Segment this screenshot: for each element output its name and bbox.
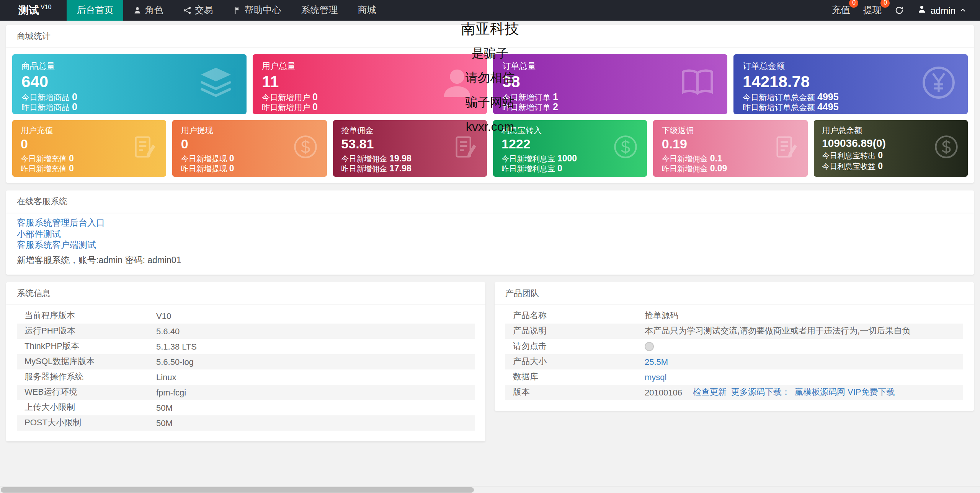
- stat-card-user-recharge: 用户充值 0 今日新增充值0 昨日新增充值0: [12, 120, 167, 177]
- dollar-circle-icon: [292, 134, 318, 163]
- stat-card-products: 商品总量 640 今日新增商品0 昨日新增商品0: [12, 54, 247, 114]
- small-stat-row: 用户充值 0 今日新增充值0 昨日新增充值0 用户提现 0 今日新增提现0 昨日…: [12, 120, 968, 177]
- row-value: 25.5M: [645, 357, 956, 366]
- service-account-note: 新增客服系统，账号:admin 密码: admin01: [17, 254, 963, 266]
- stat-line-label: 今日新增充值: [21, 154, 67, 163]
- stat-line-label: 昨日新增订单总金额: [743, 103, 815, 112]
- row-label: 产品说明: [513, 325, 645, 337]
- table-row: MySQL数据库版本5.6.50-log: [17, 354, 475, 369]
- service-admin-entry-link[interactable]: 客服系统管理后台入口: [17, 217, 963, 228]
- table-row: 服务器操作系统Linux: [17, 369, 475, 384]
- stat-line-label: 昨日新增订单: [502, 103, 550, 112]
- top-bar-actions: 充值 0 提现 0 admin: [832, 0, 980, 21]
- user-icon: [438, 63, 476, 105]
- table-row: 产品说明 本产品只为学习测试交流,请勿要做商业或者用于违法行为,一切后果自负: [505, 323, 963, 338]
- row-value: 5.6.40: [156, 326, 467, 335]
- nav-item-label: 商城: [358, 4, 376, 17]
- row-value: fpm-fcgi: [156, 387, 467, 397]
- stat-card-orders: 订单总量 38 今日新增订单1 昨日新增订单2: [493, 54, 727, 114]
- product-team-table: 产品名称 抢单源码 产品说明 本产品只为学习测试交流,请勿要做商业或者用于违法行…: [505, 308, 963, 400]
- row-label: POST大小限制: [24, 417, 156, 428]
- horizontal-scrollbar-track[interactable]: [0, 485, 980, 493]
- stat-card-user-withdraw: 用户提现 0 今日新增提现0 昨日新增提现0: [173, 120, 327, 177]
- table-row: 当前程序版本V10: [17, 308, 475, 323]
- brand-logo[interactable]: 测试V10: [0, 0, 67, 21]
- stat-line-value: 0: [69, 164, 74, 173]
- service-widget-test-link[interactable]: 小部件测试: [17, 228, 963, 239]
- stat-line-value: 0: [878, 151, 883, 160]
- doc-pen-icon: [452, 134, 479, 163]
- stat-line-label: 昨日新增佣金: [341, 164, 387, 173]
- row-value: 50M: [156, 418, 467, 427]
- stat-line-label: 今日利息宝转出: [822, 151, 875, 160]
- stat-line-value: 0: [312, 92, 318, 103]
- table-row: 版本 20100106 检查更新 更多源码下载： 赢模板源码网 VIP免费下载: [505, 384, 963, 400]
- nav-item-mall[interactable]: 商城: [348, 0, 386, 21]
- stat-line-label: 今日新增利息宝: [501, 154, 555, 163]
- stat-card-interest-in: 利息宝转入 1222 今日新增利息宝1000 昨日新增利息宝0: [493, 120, 647, 177]
- stat-line-value: 0: [557, 164, 562, 173]
- row-value: V10: [156, 311, 467, 320]
- share-icon: [183, 6, 191, 15]
- big-stat-row: 商品总量 640 今日新增商品0 昨日新增商品0 用户总量 11 今日新增用户0…: [12, 54, 968, 114]
- stat-line-label: 今日新增佣金: [341, 154, 387, 163]
- service-body: 客服系统管理后台入口 小部件测试 客服系统客户端测试 新增客服系统，账号:adm…: [6, 213, 974, 274]
- stat-line-value: 17.98: [389, 164, 412, 173]
- dollar-circle-icon: [933, 134, 959, 163]
- table-row: WEB运行环境fpm-fcgi: [17, 384, 475, 400]
- nav-item-label: 帮助中心: [244, 4, 281, 17]
- withdraw-label: 提现: [863, 5, 882, 15]
- chevron-up-icon: [959, 5, 966, 16]
- recharge-button[interactable]: 充值 0: [832, 4, 850, 17]
- stat-line-value: 0: [312, 102, 318, 112]
- stat-line-value: 4495: [817, 102, 839, 112]
- emoji-icon[interactable]: [645, 342, 654, 351]
- nav-item-label: 角色: [145, 4, 163, 17]
- system-info-table: 当前程序版本V10 运行PHP版本5.6.40 ThinkPHP版本5.1.38…: [17, 308, 475, 430]
- nav-item-help-center[interactable]: 帮助中心: [223, 0, 291, 21]
- stat-line-label: 今日新增订单总金额: [743, 93, 815, 102]
- row-label: 当前程序版本: [24, 310, 156, 321]
- nav-item-dashboard[interactable]: 后台首页: [67, 0, 123, 21]
- refresh-icon[interactable]: [895, 5, 905, 15]
- nav-item-trade[interactable]: 交易: [173, 0, 223, 21]
- mall-stats-panel: 商城统计 商品总量 640 今日新增商品0 昨日新增商品0 用户总量 11 今日…: [6, 25, 974, 183]
- panel-title: 产品团队: [495, 282, 974, 305]
- nav-item-label: 后台首页: [77, 4, 113, 17]
- service-client-test-link[interactable]: 客服系统客户端测试: [17, 239, 963, 251]
- nav-item-system-management[interactable]: 系统管理: [291, 0, 348, 21]
- nav-item-roles[interactable]: 角色: [123, 0, 173, 21]
- more-source-link[interactable]: 更多源码下载：: [731, 386, 790, 398]
- stat-card-order-commission: 抢单佣金 53.81 今日新增佣金19.98 昨日新增佣金17.98: [333, 120, 487, 177]
- stat-line-label: 昨日新增利息宝: [501, 164, 555, 173]
- stat-card-order-amount: 订单总金额 14218.78 今日新增订单总金额4995 昨日新增订单总金额44…: [733, 54, 968, 114]
- horizontal-scrollbar-thumb[interactable]: [1, 487, 474, 492]
- row-label: 产品名称: [513, 310, 645, 321]
- check-update-link[interactable]: 检查更新: [693, 386, 727, 398]
- row-label: 版本: [513, 386, 645, 398]
- row-label: ThinkPHP版本: [24, 340, 156, 352]
- layers-icon: [196, 63, 236, 106]
- row-value: 5.1.38 LTS: [156, 342, 467, 351]
- table-row: 数据库 mysql: [505, 369, 963, 384]
- username: admin: [931, 5, 956, 16]
- withdraw-button[interactable]: 提现 0: [863, 4, 882, 17]
- brand-version: V10: [41, 4, 51, 11]
- stat-line-label: 昨日新增用户: [262, 103, 310, 112]
- row-value: [645, 342, 956, 351]
- table-row: 请勿点击: [505, 338, 963, 354]
- vip-download-link[interactable]: 赢模板源码网 VIP免费下载: [795, 386, 895, 398]
- yen-circle-icon: [920, 64, 957, 104]
- stat-yesterday: 昨日新增充值0: [21, 164, 158, 174]
- user-menu[interactable]: admin: [918, 5, 966, 16]
- database-link[interactable]: mysql: [645, 372, 666, 381]
- row-value: 50M: [156, 403, 467, 412]
- stat-line-value: 0: [878, 161, 883, 170]
- stat-line-label: 昨日新增佣金: [662, 164, 708, 173]
- stat-line-label: 昨日新增提现: [181, 164, 227, 173]
- stat-yesterday: 昨日新增订单总金额4495: [743, 103, 959, 112]
- panel-title: 商城统计: [6, 25, 974, 48]
- doc-pen-icon: [773, 134, 799, 163]
- customer-service-panel: 在线客服系统 客服系统管理后台入口 小部件测试 客服系统客户端测试 新增客服系统…: [6, 190, 974, 274]
- product-size-link[interactable]: 25.5M: [645, 357, 668, 366]
